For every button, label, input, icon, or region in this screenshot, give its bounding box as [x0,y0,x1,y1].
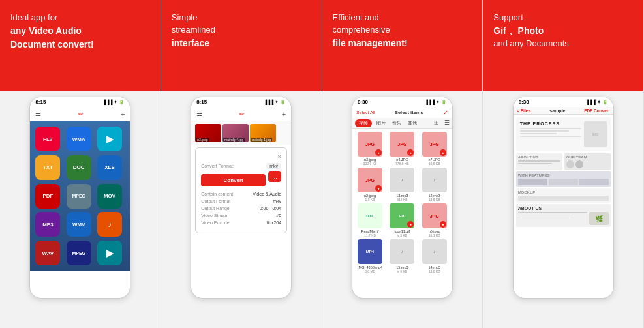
panel-1: Ideal app for any Video Audio Document c… [0,0,161,328]
file-icon-pdf[interactable]: PDF [35,184,60,209]
panel-4-body: 8:30 ▐▐▐ ✦ 🔋 < Files sample PDF Convert … [483,91,643,328]
file-icon-music[interactable]: ♪ [97,212,122,237]
file-list: JPG● n3.jpeg 322.0 KB JPG● n4.JPG 776.6 … [352,129,452,276]
pdf-heading-process: THE PROCESS [520,121,581,126]
file-thumb-15mp3: ♪ [390,239,414,264]
file-item-readme[interactable]: RTF ReadMe.rtf 11.7 KB [355,203,385,237]
pdf-content: THE PROCESS IMG ABOUT US [514,115,613,230]
add-icon[interactable]: + [121,110,125,118]
panel-1-header: Ideal app for any Video Audio Document c… [0,0,161,91]
file-icon-xls[interactable]: XLS [97,155,122,180]
file-thumb-mp4: MP4 [358,239,382,264]
phone-status-2: 8:15 ▐▐▐ ✦ 🔋 [191,97,291,107]
convert-button-row: Convert ... [201,171,281,189]
panel-3-body: 8:30 ▐▐▐ ✦ 🔋 Select All Select items ✓ 视… [322,91,483,328]
nav-back-btn[interactable]: < Files [517,108,531,113]
file-item-icon11gif[interactable]: GIF● icon11.gif V 3 KB [387,203,417,237]
tab-music[interactable]: 音乐 [390,119,403,127]
signal-1: ▐▐▐ ✦ 🔋 [103,100,125,105]
signal-3: ▐▐▐ ✦ 🔋 [425,100,447,105]
status-time-2: 8:15 [196,99,207,105]
file-thumb-n3jpeg: JPG● [358,132,382,157]
edit-icon[interactable]: ✏ [78,111,84,117]
thumb-3[interactable]: maindg-1.jpg [250,124,276,142]
file-thumb-n2jpeg: JPG● [358,168,382,192]
thumb-1[interactable]: n3.jpeg [195,124,221,142]
pdf-plant-image: 🌿 [589,212,609,225]
edit-icon-2[interactable]: ✏ [239,111,245,117]
grid-view-icon[interactable]: ⊞ [434,119,439,127]
pdf-mockup-section: MOCKUP [516,188,611,203]
pdf-nav: < Files sample PDF Convert [514,107,613,115]
pdf-about-section: ABOUT US [516,153,562,170]
menu-icon[interactable]: ☰ [35,110,41,117]
select-all-btn[interactable]: Select All [356,110,375,115]
signal-4: ▐▐▐ ✦ 🔋 [586,100,608,105]
check-icon[interactable]: ✓ [443,109,448,116]
panel-2-body: 8:15 ▐▐▐ ✦ 🔋 ☰ ✏ + n3.jpeg maindg-4.jpg … [161,91,322,328]
file-thumb-n7jpg: JPG● [422,132,447,157]
file-icon-extra[interactable]: ▶ [97,241,122,265]
file-thumb-n5jpeg: JPG● [422,203,447,228]
file-icon-mpeg1[interactable]: MPEG [67,184,91,209]
pdf-page-process: THE PROCESS IMG [516,117,611,151]
more-button[interactable]: ... [268,171,281,182]
panel-4-tagline: Support Gif 、Photo and any Documents [493,12,633,50]
dialog-close[interactable]: × [201,153,281,160]
tab-video[interactable]: 视频 [355,119,372,127]
file-thumb-13mp3: ♪ [390,168,414,192]
file-item-n3jpeg[interactable]: JPG● n3.jpeg 322.0 KB [355,132,385,166]
tab-photo[interactable]: 图片 [375,119,388,127]
pdf-sections: ABOUT US OUR TEAM W [516,153,611,227]
file-icon-wav[interactable]: WAV [35,241,60,265]
file-item-n7jpg[interactable]: JPG● n7.JPG 10.6 KB [420,132,450,166]
phone-mockup-4: 8:30 ▐▐▐ ✦ 🔋 < Files sample PDF Convert … [513,97,614,299]
file-icon-flv[interactable]: FLV [35,127,60,151]
file-thumb-12mp3: ♪ [422,168,447,192]
convert-button[interactable]: Convert [201,174,266,186]
panel-3: Efficient and comprehensive file managem… [322,0,483,328]
file-item-13mp3[interactable]: ♪ 13.mp3 516 KB [387,168,417,201]
file-item-n2jpeg[interactable]: JPG● n2.jpeg 1.9 KB [355,168,385,201]
file-item-14mp3[interactable]: ♪ 14.mp3 13.8 KB [420,239,450,273]
pdf-features-section: WITH FEATURES [516,171,611,187]
pdf-about2-section: ABOUT US 🌿 [516,204,611,227]
phone-toolbar-1: ☰ ✏ + [30,107,130,121]
file-item-mp4[interactable]: MP4 IMG_4358.mp4 3.0 MB [355,239,385,273]
file-thumb-icon11gif: GIF● [390,203,414,228]
file-icon-video[interactable]: ▶ [97,127,122,151]
file-type-tabs: 视频 图片 音乐 其他 ⊞ ☰ [352,118,452,129]
nav-title: sample [534,108,581,113]
file-icon-mpeg2[interactable]: MPEG [67,241,91,265]
file-icon-mov[interactable]: MOV [97,184,122,209]
file-item-n4jpg[interactable]: JPG● n4.JPG 776.6 KB [387,132,417,166]
convert-dialog: × Convert Format: mkv Convert ... Contai… [195,147,287,233]
file-icon-mp3[interactable]: MP3 [35,212,60,237]
phone-status-1: 8:15 ▐▐▐ ✦ 🔋 [30,97,130,107]
list-view-icon[interactable]: ☰ [444,119,450,127]
phone-toolbar-2: ☰ ✏ + [191,107,291,121]
pdf-about-team-row: ABOUT US OUR TEAM [516,153,611,170]
pdf-convert-tab[interactable]: PDF Convert [584,108,609,113]
file-item-15mp3[interactable]: ♪ 15.mp3 V 9 KB [387,239,417,273]
file-icon-wma[interactable]: WMA [67,127,91,151]
panel-1-body: 8:15 ▐▐▐ ✦ 🔋 ☰ ✏ + FLV WMA ▶ TXT DOC XLS… [0,91,161,328]
file-item-12mp3[interactable]: ♪ 12.mp3 13.8 KB [420,168,450,201]
pdf-team-section: OUR TEAM [564,153,611,170]
thumb-2[interactable]: maindg-4.jpg [222,124,249,142]
file-icon-grid: FLV WMA ▶ TXT DOC XLS PDF MPEG MOV MP3 W… [30,121,130,271]
file-icon-txt[interactable]: TXT [35,155,60,180]
phone-mockup-2: 8:15 ▐▐▐ ✦ 🔋 ☰ ✏ + n3.jpeg maindg-4.jpg … [191,97,292,299]
file-item-n5jpeg[interactable]: JPG● n5.jpeg 10.1 KB [420,203,450,237]
file-manager-header: Select All Select items ✓ [352,107,452,118]
file-icon-doc[interactable]: DOC [67,155,91,180]
tab-other[interactable]: 其他 [406,119,419,127]
pdf-image-process: IMG [584,121,607,147]
file-icon-wmv[interactable]: WMV [67,212,91,237]
panel-3-header: Efficient and comprehensive file managem… [322,0,483,91]
panel-1-tagline: Ideal app for any Video Audio Document c… [10,12,150,52]
phone-status-3: 8:30 ▐▐▐ ✦ 🔋 [352,97,452,107]
add-icon-2[interactable]: + [282,110,286,118]
menu-icon-2[interactable]: ☰ [196,110,202,117]
panel-3-tagline: Efficient and comprehensive file managem… [333,12,472,50]
